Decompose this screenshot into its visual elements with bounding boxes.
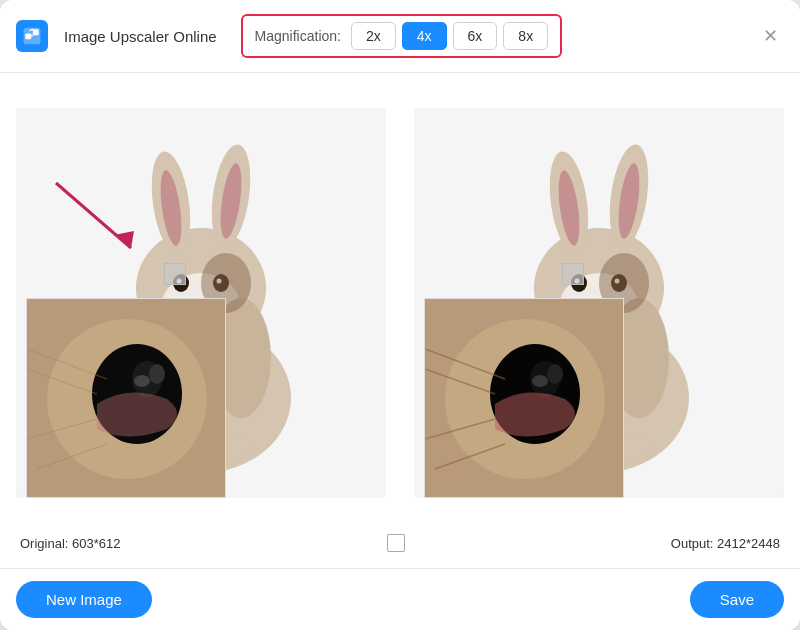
center-icon[interactable] [387, 534, 405, 552]
info-row: Original: 603*612 Output: 2412*2448 [16, 530, 784, 556]
zoom-overlay-right [424, 298, 624, 498]
app-icon-svg [22, 26, 42, 46]
new-image-button[interactable]: New Image [16, 581, 152, 618]
bottom-bar: New Image Save [0, 568, 800, 630]
mag-btn-6x[interactable]: 6x [453, 22, 498, 50]
magnification-area: Magnification: 2x 4x 6x 8x [241, 14, 563, 58]
svg-marker-23 [114, 231, 134, 248]
close-button[interactable]: ✕ [756, 22, 784, 50]
original-info: Original: 603*612 [20, 536, 120, 551]
mag-btn-2x[interactable]: 2x [351, 22, 396, 50]
magnifier-square-left [164, 263, 186, 285]
app-icon [16, 20, 48, 52]
images-row [16, 85, 784, 520]
arrow-svg [36, 163, 156, 273]
main-area: Original: 603*612 Output: 2412*2448 [0, 73, 800, 568]
svg-point-57 [532, 375, 548, 387]
header: Image Upscaler Online Magnification: 2x … [0, 0, 800, 73]
svg-point-29 [134, 375, 150, 387]
original-image-panel [16, 108, 386, 498]
divider [399, 108, 401, 498]
mag-btn-4x[interactable]: 4x [402, 22, 447, 50]
mag-btn-8x[interactable]: 8x [503, 22, 548, 50]
zoom-overlay-left [26, 298, 226, 498]
svg-point-56 [547, 364, 563, 384]
app-window: Image Upscaler Online Magnification: 2x … [0, 0, 800, 630]
svg-point-28 [149, 364, 165, 384]
output-image-panel [414, 108, 784, 498]
arrow-indicator [36, 163, 156, 277]
magnifier-square-right [562, 263, 584, 285]
output-info: Output: 2412*2448 [671, 536, 780, 551]
magnification-buttons: 2x 4x 6x 8x [351, 22, 548, 50]
svg-line-3 [31, 35, 33, 36]
save-button[interactable]: Save [690, 581, 784, 618]
app-title: Image Upscaler Online [64, 28, 217, 45]
magnification-label: Magnification: [255, 28, 341, 44]
svg-rect-1 [25, 34, 31, 40]
